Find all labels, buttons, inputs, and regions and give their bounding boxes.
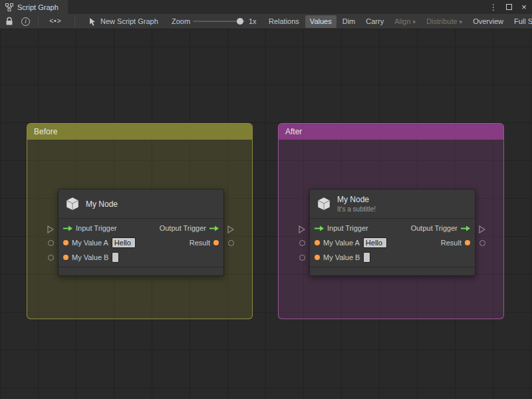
zoom-slider-handle[interactable] [237, 18, 243, 25]
value-input-icon[interactable] [315, 240, 320, 245]
graph-name-button[interactable]: New Script Graph [89, 14, 158, 29]
external-result-port[interactable] [479, 240, 485, 246]
zoom-label: Zoom [172, 14, 190, 29]
port-label-result: Result [441, 239, 462, 247]
toolbar-button-overview[interactable]: Overview [468, 15, 508, 28]
toolbar-button-align[interactable]: Align▾ [390, 15, 420, 28]
port-label-input-trigger: Input Trigger [327, 224, 368, 232]
close-icon[interactable]: × [520, 3, 528, 11]
value-output-icon[interactable] [213, 240, 219, 245]
value-output-icon[interactable] [465, 240, 470, 245]
external-flow-output-port[interactable] [479, 224, 485, 236]
script-graph-icon [5, 3, 13, 11]
port-row-value-a: My Value A Result [310, 235, 475, 250]
kebab-menu-icon[interactable]: ⋮ [489, 3, 497, 11]
cursor-icon [89, 17, 96, 26]
flow-input-icon[interactable] [63, 225, 72, 231]
external-flow-output-port[interactable] [227, 224, 234, 236]
toolbar-button-dim[interactable]: Dim [338, 15, 360, 28]
zoom-slider-track[interactable] [193, 21, 245, 22]
group-before-title[interactable]: Before [27, 124, 252, 140]
port-label-value-b: My Value B [72, 253, 108, 261]
port-row-trigger: Input Trigger Output Trigger [310, 221, 475, 235]
port-label-output-trigger: Output Trigger [160, 224, 206, 232]
port-row-value-b: My Value B [310, 250, 475, 265]
external-flow-input-port[interactable] [47, 224, 54, 236]
group-after[interactable]: After My Node It's a subtitle! [278, 123, 504, 319]
tab-script-graph[interactable]: Script Graph [0, 0, 68, 14]
lock-icon[interactable] [5, 14, 13, 29]
node-header[interactable]: My Node [59, 190, 223, 219]
zoom-slider[interactable] [193, 14, 245, 29]
toolbar-button-relations[interactable]: Relations [264, 15, 304, 28]
group-after-title[interactable]: After [279, 124, 503, 140]
port-row-value-a: My Value A Result [59, 235, 223, 250]
flow-output-icon[interactable] [209, 225, 219, 231]
external-value-a-port[interactable] [299, 240, 305, 246]
info-icon[interactable]: i [21, 14, 30, 29]
zoom-value: 1x [249, 14, 257, 29]
node-footer [59, 267, 223, 275]
port-label-value-a: My Value A [323, 239, 360, 247]
toolbar-button-carry[interactable]: Carry [361, 15, 388, 28]
flow-output-icon[interactable] [461, 225, 470, 231]
value-input-icon[interactable] [63, 240, 68, 245]
port-row-trigger: Input Trigger Output Trigger [59, 221, 223, 235]
port-label-value-b: My Value B [323, 253, 360, 261]
group-before[interactable]: Before My Node [27, 123, 253, 319]
external-value-b-port[interactable] [299, 255, 305, 261]
value-a-input[interactable] [363, 237, 387, 248]
maximize-icon[interactable] [505, 3, 513, 11]
graph-toolbar: i <•> New Script Graph Zoom 1x Relations… [0, 14, 532, 29]
value-b-input[interactable] [112, 252, 119, 263]
chevron-down-icon: ▾ [413, 19, 416, 25]
port-label-output-trigger: Output Trigger [411, 224, 458, 232]
toolbar-button-fullscreen[interactable]: Full Scr [509, 15, 532, 28]
value-a-input[interactable] [112, 237, 136, 248]
code-icon[interactable]: <•> [49, 14, 61, 29]
graph-name-label: New Script Graph [100, 17, 158, 25]
window-tab-bar: Script Graph ⋮ × [0, 0, 532, 14]
chevron-down-icon: ▾ [460, 19, 463, 25]
node-footer [310, 267, 475, 275]
value-b-input[interactable] [363, 252, 370, 263]
node-header[interactable]: My Node It's a subtitle! [310, 190, 475, 219]
node-title: My Node [86, 200, 118, 209]
external-value-a-port[interactable] [48, 240, 54, 246]
toolbar-button-distribute[interactable]: Distribute▾ [422, 15, 467, 28]
node-subtitle: It's a subtitle! [337, 205, 376, 213]
graph-canvas[interactable]: Before My Node [0, 29, 532, 399]
toolbar-separator [38, 17, 39, 26]
flow-input-icon[interactable] [315, 225, 324, 231]
port-label-value-a: My Value A [72, 239, 108, 247]
external-result-port[interactable] [228, 240, 234, 246]
node-my-node-after[interactable]: My Node It's a subtitle! Input Trigger O… [309, 189, 475, 276]
port-label-input-trigger: Input Trigger [76, 224, 117, 232]
value-input-icon[interactable] [63, 255, 68, 260]
node-box-icon [317, 197, 331, 211]
node-box-icon [65, 197, 80, 211]
external-value-b-port[interactable] [48, 255, 54, 261]
port-row-value-b: My Value B [59, 250, 223, 265]
external-flow-input-port[interactable] [299, 224, 305, 236]
value-input-icon[interactable] [315, 255, 320, 260]
tab-title: Script Graph [17, 3, 59, 11]
node-my-node-before[interactable]: My Node Input Trigger Output Trigger [58, 189, 224, 276]
port-label-result: Result [190, 239, 210, 247]
toolbar-button-values[interactable]: Values [305, 15, 336, 28]
toolbar-separator [74, 17, 75, 26]
node-title: My Node [337, 195, 376, 204]
